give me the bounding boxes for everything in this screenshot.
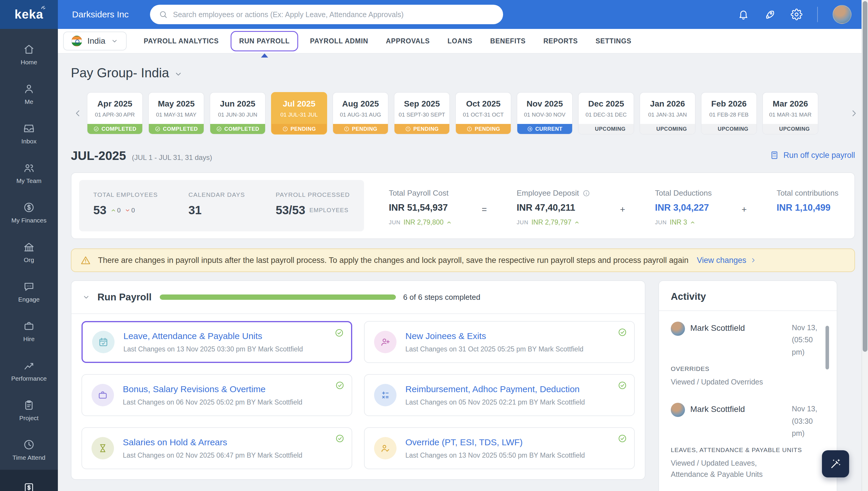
stat-label: PAYROLL PROCESSED xyxy=(276,191,350,198)
step-title[interactable]: Leave, Attendance & Payable Units xyxy=(123,331,303,341)
cost-figure: Total Deductions INR 3,04,227 JUN INR 3 xyxy=(655,189,712,226)
month-card[interactable]: Feb 2026 01 FEB-28 FEB UPCOMING xyxy=(701,92,757,135)
payroll-tab[interactable]: PAYROLL ADMIN xyxy=(301,32,377,51)
sidebar-item[interactable]: My Team xyxy=(0,153,58,193)
payroll-tab[interactable]: PAYROLL ANALYTICS xyxy=(135,32,228,51)
month-status-badge: COMPLETED xyxy=(87,124,142,134)
month-cards: Apr 2025 01 APR-30 APR COMPLETED May 202… xyxy=(87,92,845,135)
month-card[interactable]: Dec 2025 01 DEC-31 DEC UPCOMING xyxy=(578,92,634,135)
country-name: India xyxy=(87,36,105,46)
payroll-step-card[interactable]: Override (PT, ESI, TDS, LWF) Last Change… xyxy=(364,427,635,469)
payroll-step-card[interactable]: New Joinees & Exits Last Changes on 31 O… xyxy=(364,321,635,363)
month-card[interactable]: Jun 2025 01 JUN-30 JUN COMPLETED xyxy=(209,92,266,135)
activity-scrollbar-thumb[interactable] xyxy=(825,326,829,370)
collapse-chevron-icon[interactable] xyxy=(82,293,90,301)
payroll-tab[interactable]: SETTINGS xyxy=(587,32,640,51)
step-last-changes: Last Changes on 13 Nov 2025 03:30 pm BY … xyxy=(123,345,303,353)
page-scrollbar-thumb[interactable] xyxy=(863,1,867,352)
months-next-button[interactable] xyxy=(849,109,859,118)
notifications-bell-icon[interactable] xyxy=(737,8,749,20)
sidebar-item[interactable]: Performance xyxy=(0,351,58,391)
month-card[interactable]: Jul 2025 01 JUL-31 JUL PENDING xyxy=(271,92,327,135)
month-card[interactable]: May 2025 01 MAY-31 MAY COMPLETED xyxy=(148,92,204,135)
month-card[interactable]: Apr 2025 01 APR-30 APR COMPLETED xyxy=(87,92,143,135)
whats-new-rocket-icon[interactable] xyxy=(764,8,776,20)
info-icon[interactable] xyxy=(583,190,590,197)
month-status-label: CURRENT xyxy=(535,126,562,132)
keka-logo[interactable]: keka xyxy=(0,0,58,29)
month-card[interactable]: Oct 2025 01 OCT-31 OCT PENDING xyxy=(455,92,511,135)
month-name: Feb 2026 xyxy=(701,99,756,109)
activity-date: Nov 13, (03:30 pm) xyxy=(792,403,825,439)
caret-up-icon xyxy=(574,220,580,225)
step-title[interactable]: Bonus, Salary Revisions & Overtime xyxy=(123,384,302,394)
page-head: Pay Group- India xyxy=(71,65,855,80)
sidebar-item[interactable]: Inbox xyxy=(0,114,58,153)
month-status-badge: UPCOMING xyxy=(579,124,634,134)
step-title[interactable]: Reimbursement, Adhoc Payment, Deduction xyxy=(405,384,585,394)
caret-up-icon xyxy=(111,208,116,213)
top-bar: keka Darksiders Inc xyxy=(0,0,868,29)
month-status-label: PENDING xyxy=(290,126,316,132)
payroll-step-card[interactable]: Salaries on Hold & Arrears Last Changes … xyxy=(82,427,352,469)
month-card[interactable]: Sep 2025 01 SEPT-30 SEPT PENDING xyxy=(394,92,450,135)
prev-month-value: INR 3 xyxy=(670,219,687,226)
payroll-tab[interactable]: REPORTS xyxy=(534,32,587,51)
months-prev-button[interactable] xyxy=(73,109,83,118)
sidebar-item[interactable]: Home xyxy=(0,35,58,74)
page-scrollbar[interactable] xyxy=(862,0,868,491)
payroll-step-card[interactable]: Leave, Attendance & Payable Units Last C… xyxy=(82,321,352,363)
sidebar-item[interactable]: Me xyxy=(0,74,58,114)
team-icon xyxy=(23,162,35,174)
month-card[interactable]: Mar 2026 01 MAR-31 MAR UPCOMING xyxy=(762,92,818,135)
chevron-down-icon[interactable] xyxy=(174,69,183,79)
country-selector[interactable]: India xyxy=(63,32,127,51)
steps-progress-bar xyxy=(160,294,396,300)
sidebar-item[interactable]: My Finances xyxy=(0,193,58,233)
run-off-cycle-payroll-link[interactable]: Run off cycle payroll xyxy=(770,150,855,160)
month-status-badge: COMPLETED xyxy=(210,124,265,134)
figure-value: INR 1,10,499 xyxy=(777,202,838,213)
check-circle-icon xyxy=(93,126,99,132)
step-title[interactable]: Salaries on Hold & Arrears xyxy=(123,437,302,447)
month-status-label: UPCOMING xyxy=(779,126,810,132)
sidebar-item[interactable]: Hire xyxy=(0,312,58,351)
caret-down-icon xyxy=(125,208,130,213)
month-status-badge: UPCOMING xyxy=(763,124,818,134)
month-card[interactable]: Jan 2026 01 JAN-31 JAN UPCOMING xyxy=(640,92,696,135)
sidebar-item[interactable]: Engage xyxy=(0,272,58,312)
payroll-subnav: India PAYROLL ANALYTICS RUN PAYROLL PAYR… xyxy=(58,29,868,54)
brand-wordmark: keka xyxy=(15,7,43,22)
activity-panel: Activity Mark Scottfield Nov 13, (05:50 … xyxy=(659,280,837,491)
sidebar-item-label: Performance xyxy=(11,375,47,382)
user-avatar[interactable] xyxy=(833,5,851,24)
month-status-badge: UPCOMING xyxy=(701,124,756,134)
month-card[interactable]: Nov 2025 01 NOV-30 NOV CURRENT xyxy=(517,92,573,135)
sidebar-item[interactable]: Time Attend xyxy=(0,430,58,470)
period-row: JUL-2025 (JUL 1 - JUL 31, 31 days) Run o… xyxy=(71,149,855,163)
sidebar-item[interactable] xyxy=(0,470,58,491)
month-status-badge: COMPLETED xyxy=(149,124,204,134)
payroll-tab[interactable]: LOANS xyxy=(439,32,481,51)
sidebar-item[interactable]: Org xyxy=(0,233,58,272)
stat-suffix: EMPLOYEES xyxy=(309,207,348,214)
view-changes-link[interactable]: View changes xyxy=(697,256,756,265)
payroll-step-card[interactable]: Bonus, Salary Revisions & Overtime Last … xyxy=(82,374,352,416)
org-icon xyxy=(23,241,35,253)
global-search[interactable] xyxy=(150,5,503,24)
month-status-badge: UPCOMING xyxy=(640,124,695,134)
payroll-tab[interactable]: APPROVALS xyxy=(377,32,439,51)
run-payroll-steps: Leave, Attendance & Payable Units Last C… xyxy=(72,314,645,479)
payroll-step-card[interactable]: Reimbursement, Adhoc Payment, Deduction … xyxy=(364,374,635,416)
payroll-tab[interactable]: BENEFITS xyxy=(481,32,534,51)
step-title[interactable]: New Joinees & Exits xyxy=(405,331,583,341)
settings-gear-icon[interactable] xyxy=(791,8,803,20)
sidebar-item[interactable]: Project xyxy=(0,391,58,430)
payroll-tab[interactable]: RUN PAYROLL xyxy=(231,31,298,51)
ai-assistant-button[interactable] xyxy=(822,450,849,478)
step-title[interactable]: Override (PT, ESI, TDS, LWF) xyxy=(405,437,585,447)
sidebar-item-label: Home xyxy=(21,59,37,66)
cost-figure: Total Payroll Cost INR 51,54,937 JUN INR… xyxy=(389,189,452,226)
month-card[interactable]: Aug 2025 01 AUG-31 AUG PENDING xyxy=(332,92,389,135)
search-input[interactable] xyxy=(173,10,494,19)
